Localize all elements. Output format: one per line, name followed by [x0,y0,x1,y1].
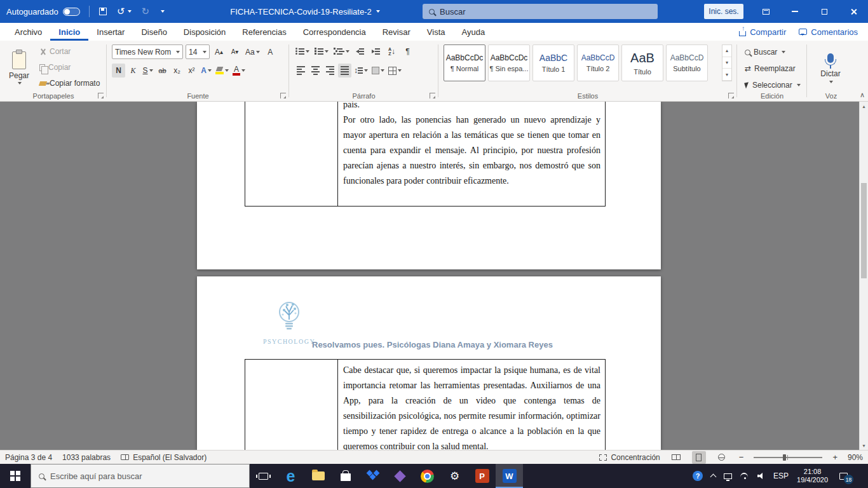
dictate-button[interactable]: Dictar [815,44,846,92]
font-size-select[interactable]: 14 [186,44,210,59]
tab-archivo[interactable]: Archivo [6,23,50,41]
tab-referencias[interactable]: Referencias [234,23,294,41]
edge-button[interactable]: e [277,464,304,488]
taskbar-search-box[interactable]: Escribe aquí para buscar [31,464,250,488]
styles-more-button[interactable]: ▾ [722,69,731,81]
superscript-button[interactable]: x² [185,64,198,78]
style-heading2[interactable]: AaBbCcDTítulo 2 [577,44,619,81]
volume-icon[interactable] [757,473,765,479]
document-canvas[interactable]: país. Por otro lado, las ponencias han g… [0,102,868,450]
underline-button[interactable]: S [141,64,154,78]
subscript-button[interactable]: x₂ [170,64,184,78]
shrink-font-button[interactable]: A▾ [228,45,241,59]
action-center-button[interactable]: 18 [836,469,850,483]
autosave-control[interactable]: Autoguardado [6,0,80,23]
paste-button[interactable]: Pegar [4,44,34,92]
document-page-2[interactable]: país. Por otro lado, las ponencias han g… [197,102,661,269]
zoom-out-button[interactable]: − [738,452,745,462]
grow-font-button[interactable]: A▴ [212,45,226,59]
autosave-toggle[interactable] [63,8,80,16]
highlight-color-button[interactable] [214,64,230,78]
bold-button[interactable]: N [112,64,125,78]
styles-scroll-up-button[interactable]: ▴ [722,45,731,57]
tab-disposicion[interactable]: Disposición [175,23,234,41]
text-effects-button[interactable]: A [200,64,213,78]
italic-button[interactable]: K [126,64,140,78]
change-case-button[interactable]: Aa [244,45,261,59]
align-right-button[interactable] [323,64,337,78]
align-left-button[interactable] [294,64,308,78]
document-title[interactable]: FICHA-TECNICA-Covid-19-Resiliate-2 [216,0,394,23]
justify-button[interactable] [338,64,351,78]
select-button[interactable]: Seleccionar [742,78,803,92]
wifi-icon[interactable] [740,473,749,479]
print-layout-button[interactable] [692,451,706,464]
style-heading1[interactable]: AaBbCTítulo 1 [532,44,574,81]
redo-button[interactable]: ↻ [137,0,155,23]
tab-insertar[interactable]: Insertar [88,23,133,41]
style-title[interactable]: AaBTítulo [621,44,663,81]
document-heading[interactable]: Resolvamos pues. Psicólogas Diana Amaya … [312,340,553,349]
file-explorer-button[interactable] [304,464,332,488]
dropbox-button[interactable] [359,464,386,488]
ribbon-display-options-button[interactable] [751,0,780,23]
clear-formatting-button[interactable]: A [264,45,277,59]
start-button[interactable] [0,464,31,488]
web-layout-button[interactable] [715,451,729,464]
word-count-status[interactable]: 1033 palabras [62,453,111,462]
cut-button[interactable]: Cortar [37,44,102,58]
font-color-button[interactable]: A [231,64,247,78]
sort-button[interactable]: AZ↓ [385,44,398,58]
copy-button[interactable]: Copiar [37,60,102,74]
sign-in-button[interactable]: Inic. ses. [704,4,743,19]
borders-button[interactable] [387,64,403,78]
font-name-select[interactable]: Times New Rom [112,44,183,59]
undo-button[interactable]: ↺ [112,0,137,23]
minimize-button[interactable] [780,0,810,23]
scroll-up-button[interactable]: ▴ [860,102,868,111]
tab-correspondencia[interactable]: Correspondencia [295,23,374,41]
find-button[interactable]: Buscar [742,45,803,59]
vertical-scrollbar[interactable]: ▴ ▾ [859,102,868,450]
read-mode-button[interactable] [669,451,683,464]
zoom-in-button[interactable]: + [831,452,839,462]
tab-vista[interactable]: Vista [419,23,454,41]
styles-scroll-down-button[interactable]: ▾ [722,57,731,69]
scroll-down-button[interactable]: ▾ [860,441,868,450]
bullets-button[interactable] [294,44,311,58]
settings-button[interactable]: ⚙ [441,464,468,488]
purple-app-button[interactable] [386,464,414,488]
share-button[interactable]: ↑ Compartir [739,27,786,37]
language-status[interactable]: Español (El Salvador) [121,453,207,462]
show-paragraph-marks-button[interactable]: ¶ [401,44,414,58]
multilevel-list-button[interactable] [332,44,351,58]
zoom-percentage[interactable]: 90% [848,453,863,462]
style-subtitle[interactable]: AaBbCcDSubtítulo [666,44,708,81]
scrollbar-thumb[interactable] [861,183,867,278]
close-button[interactable] [839,0,868,23]
zoom-slider[interactable] [754,457,822,458]
increase-indent-button[interactable] [369,44,383,58]
table-cell-text[interactable]: Cabe destacar que, si queremos impactar … [338,363,606,450]
strikethrough-button[interactable]: ab [156,64,169,78]
line-spacing-button[interactable]: ↕ [353,64,369,78]
micros​oft-store-button[interactable] [332,464,359,488]
chrome-button[interactable] [414,464,441,488]
show-hidden-icons-chevron[interactable] [710,474,717,480]
powerpoint-button[interactable]: P [468,464,496,488]
page-number-status[interactable]: Página 3 de 4 [5,453,52,462]
document-page-3[interactable]: PSYCHOLOGY Resolvamos pues. Psicólogas D… [197,276,661,450]
tab-ayuda[interactable]: Ayuda [453,23,493,41]
decrease-indent-button[interactable] [353,44,367,58]
maximize-button[interactable] [810,0,839,23]
collapse-ribbon-button[interactable]: ∧ [860,91,865,99]
save-button[interactable] [94,0,112,23]
numbering-button[interactable] [313,44,330,58]
tab-diseno[interactable]: Diseño [133,23,175,41]
format-painter-button[interactable]: Copiar formato [37,76,102,90]
task-view-button[interactable] [250,464,277,488]
align-center-button[interactable] [309,64,322,78]
customize-quick-access-button[interactable] [154,0,170,23]
zoom-slider-thumb[interactable] [783,454,786,461]
table-cell-text[interactable]: país. Por otro lado, las ponencias han g… [338,102,606,189]
